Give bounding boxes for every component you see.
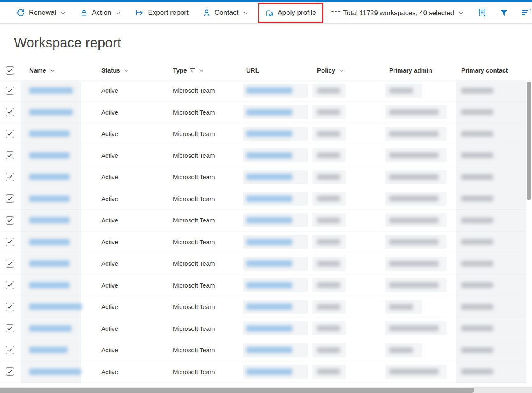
primary-admin-redacted [389,253,461,274]
redacted-name-link [29,87,73,94]
select-all-checkbox[interactable] [6,66,14,75]
column-header-primary-admin[interactable]: Primary admin [389,67,461,74]
table-row[interactable]: Active Microsoft Team [0,102,532,124]
workspace-name-redacted[interactable] [21,361,101,383]
workspace-url-redacted[interactable] [246,296,317,318]
primary-admin-redacted [389,145,461,166]
table-row[interactable]: Active Microsoft Team [0,361,532,383]
row-checkbox[interactable] [6,194,14,203]
row-checkbox[interactable] [6,238,14,246]
table-row[interactable]: Active Microsoft Team [0,232,532,253]
row-checkbox[interactable] [6,130,14,138]
contact-button[interactable]: Contact [202,7,250,19]
column-header-url[interactable]: URL [246,67,317,74]
table-row[interactable]: Active Microsoft Team [0,166,532,188]
table-row[interactable]: Active Microsoft Team [0,318,532,340]
redacted-name-link [29,131,70,137]
redacted-policy-text [317,347,340,353]
apply-profile-label: Apply profile [278,9,316,17]
workspace-url-redacted[interactable] [246,361,317,383]
column-header-type[interactable]: Type [173,67,246,74]
table-row[interactable]: Active Microsoft Team [0,80,532,102]
primary-contact-redacted [461,102,526,123]
workspace-name-redacted[interactable] [21,253,101,274]
horizontal-scrollbar[interactable] [0,387,532,393]
vertical-scrollbar[interactable] [526,81,532,384]
policy-redacted [317,80,389,101]
row-checkbox[interactable] [6,173,14,181]
overflow-menu-button[interactable]: ••• [330,8,343,18]
row-checkbox[interactable] [6,303,14,311]
column-header-status[interactable]: Status [101,67,173,74]
table-row[interactable]: Active Microsoft Team [0,275,532,297]
workspace-name-redacted[interactable] [21,166,101,188]
type-cell: Microsoft Team [173,339,246,361]
redacted-contact-text [461,325,493,331]
report-filter-icon[interactable] [478,8,487,18]
apply-profile-button[interactable]: Apply profile [264,7,317,19]
redacted-url-link [246,152,292,159]
primary-admin-redacted [389,296,461,318]
row-checkbox[interactable] [6,367,14,376]
column-header-policy[interactable]: Policy [317,67,389,74]
row-checkbox[interactable] [6,281,14,289]
status-cell: Active [101,296,173,318]
workspace-url-redacted[interactable] [246,232,317,253]
workspace-name-redacted[interactable] [21,318,101,339]
workspace-url-redacted[interactable] [246,123,317,145]
column-header-primary-contact[interactable]: Primary contact [461,67,526,74]
chevron-down-icon [243,11,248,15]
filter-icon[interactable] [499,9,509,17]
workspace-url-redacted[interactable] [246,102,317,123]
vertical-scrollbar-thumb[interactable] [527,82,531,200]
table-row[interactable]: Active Microsoft Team [0,253,532,275]
workspace-name-redacted[interactable] [21,275,101,296]
table-row[interactable]: Active Microsoft Team [0,339,532,361]
workspace-count-dropdown[interactable]: Total 11729 workspaces, 40 selected [343,9,464,17]
workspace-url-redacted[interactable] [246,210,317,231]
workspace-name-redacted[interactable] [21,145,101,166]
workspace-name-redacted[interactable] [21,123,101,145]
table-row[interactable]: Active Microsoft Team [0,210,532,232]
policy-redacted [317,339,389,361]
row-checkbox[interactable] [6,108,14,116]
column-header-name[interactable]: Name [21,67,101,74]
refresh-icon [16,9,25,17]
redacted-name-link [29,174,70,180]
action-button[interactable]: Action [79,7,122,19]
redacted-admin-text [389,174,439,180]
table-row[interactable]: Active Microsoft Team [0,145,532,167]
table-row[interactable]: Active Microsoft Team [0,188,532,210]
row-checkbox[interactable] [6,151,14,159]
workspace-name-redacted[interactable] [21,102,101,123]
workspace-url-redacted[interactable] [246,166,317,188]
workspace-url-redacted[interactable] [246,339,317,361]
renewal-button[interactable]: Renewal [16,7,67,19]
table-row[interactable]: Active Microsoft Team [0,296,532,318]
redacted-admin-text [389,218,439,223]
workspace-name-redacted[interactable] [21,80,101,101]
workspace-url-redacted[interactable] [246,80,317,101]
horizontal-scrollbar-thumb[interactable] [0,388,474,393]
primary-contact-redacted [461,275,526,296]
row-checkbox[interactable] [6,346,14,354]
workspace-name-redacted[interactable] [21,232,101,253]
row-checkbox[interactable] [6,87,14,95]
export-report-button[interactable]: Export report [134,7,189,19]
workspace-url-redacted[interactable] [246,188,317,210]
row-checkbox[interactable] [6,216,14,225]
workspace-name-redacted[interactable] [21,188,101,210]
workspace-url-redacted[interactable] [246,318,317,339]
workspace-name-redacted[interactable] [21,210,101,231]
person-icon [203,9,211,17]
table-row[interactable]: Active Microsoft Team [0,123,532,145]
workspace-url-redacted[interactable] [246,275,317,296]
row-checkbox[interactable] [6,324,14,332]
workspace-url-redacted[interactable] [246,253,317,274]
workspace-name-redacted[interactable] [21,296,101,318]
row-checkbox[interactable] [6,260,14,268]
view-options-icon[interactable]: * [521,9,532,17]
policy-redacted [317,102,389,123]
workspace-url-redacted[interactable] [246,145,317,166]
workspace-name-redacted[interactable] [21,339,101,361]
